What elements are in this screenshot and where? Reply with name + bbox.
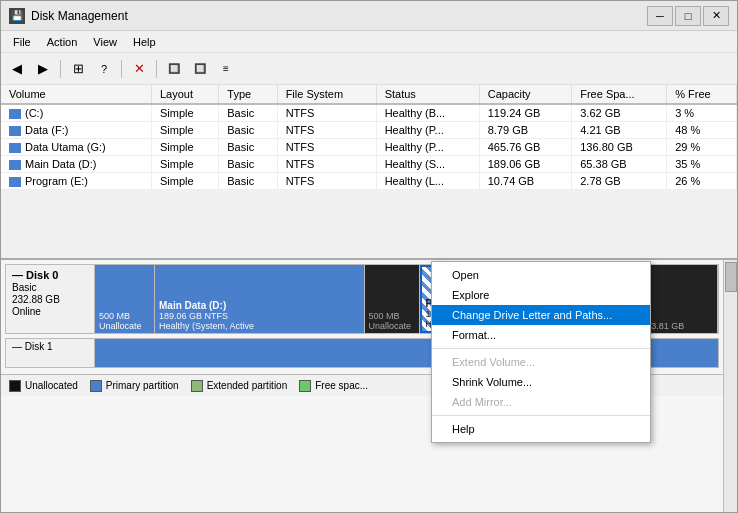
cell-layout: Simple xyxy=(151,104,218,122)
ctx-item-shrink-volume[interactable]: Shrink Volume... xyxy=(432,372,650,392)
toolbar-btn-2[interactable]: 🔲 xyxy=(188,57,212,81)
maximize-button[interactable]: □ xyxy=(675,6,701,26)
legend-primary-box xyxy=(90,380,102,392)
cell-status: Healthy (P... xyxy=(376,139,479,156)
legend-primary: Primary partition xyxy=(90,380,179,392)
disk0-type: Basic xyxy=(12,282,88,293)
cell-free: 136.80 GB xyxy=(572,139,667,156)
disk1-name: — Disk 1 xyxy=(12,341,88,352)
cell-fs: NTFS xyxy=(277,104,376,122)
partition-unalloc2[interactable]: 23.81 GB xyxy=(642,265,718,333)
toolbar-sep-1 xyxy=(60,60,61,78)
legend-primary-label: Primary partition xyxy=(106,380,179,391)
cell-status: Healthy (P... xyxy=(376,122,479,139)
toolbar-btn-3[interactable]: ≡ xyxy=(214,57,238,81)
ctx-item-format[interactable]: Format... xyxy=(432,325,650,345)
menu-view[interactable]: View xyxy=(85,34,125,50)
legend-free-box xyxy=(299,380,311,392)
window-controls: ─ □ ✕ xyxy=(647,6,729,26)
properties-button[interactable]: ⊞ xyxy=(66,57,90,81)
col-capacity[interactable]: Capacity xyxy=(479,85,572,104)
ctx-item-open[interactable]: Open xyxy=(432,265,650,285)
partition-md-name: Main Data (D:) xyxy=(159,300,360,311)
table-row[interactable]: Data Utama (G:) Simple Basic NTFS Health… xyxy=(1,139,737,156)
table-row[interactable]: Main Data (D:) Simple Basic NTFS Healthy… xyxy=(1,156,737,173)
cell-volume: Main Data (D:) xyxy=(1,156,151,173)
menu-file[interactable]: File xyxy=(5,34,39,50)
ctx-item-help[interactable]: Help xyxy=(432,419,650,439)
toolbar-sep-3 xyxy=(156,60,157,78)
cell-layout: Simple xyxy=(151,173,218,190)
partition-unalloc1[interactable]: 500 MB Unallocate xyxy=(365,265,420,333)
table-row[interactable]: (C:) Simple Basic NTFS Healthy (B... 119… xyxy=(1,104,737,122)
cell-capacity: 119.24 GB xyxy=(479,104,572,122)
legend-free: Free spac... xyxy=(299,380,368,392)
main-window: 💾 Disk Management ─ □ ✕ File Action View… xyxy=(0,0,738,513)
cell-status: Healthy (S... xyxy=(376,156,479,173)
col-volume[interactable]: Volume xyxy=(1,85,151,104)
partition-sr-status: Unallocate xyxy=(99,321,150,331)
cell-layout: Simple xyxy=(151,122,218,139)
col-type[interactable]: Type xyxy=(219,85,277,104)
cell-layout: Simple xyxy=(151,139,218,156)
cell-fs: NTFS xyxy=(277,173,376,190)
ctx-item-change-drive-letter-and-paths[interactable]: Change Drive Letter and Paths... xyxy=(432,305,650,325)
partition-md-size: 189.06 GB NTFS xyxy=(159,311,360,321)
cell-capacity: 189.06 GB xyxy=(479,156,572,173)
toolbar-btn-1[interactable]: 🔲 xyxy=(162,57,186,81)
partition-system-reserved[interactable]: 500 MB Unallocate xyxy=(95,265,155,333)
col-fs[interactable]: File System xyxy=(277,85,376,104)
toolbar-sep-2 xyxy=(121,60,122,78)
scroll-thumb[interactable] xyxy=(725,262,737,292)
volume-table-container[interactable]: Volume Layout Type File System Status Ca… xyxy=(1,85,737,260)
col-layout[interactable]: Layout xyxy=(151,85,218,104)
forward-button[interactable]: ▶ xyxy=(31,57,55,81)
close-button[interactable]: ✕ xyxy=(703,6,729,26)
cell-volume: Program (E:) xyxy=(1,173,151,190)
ctx-item-extend-volume: Extend Volume... xyxy=(432,352,650,372)
cell-volume: Data (F:) xyxy=(1,122,151,139)
cell-type: Basic xyxy=(219,156,277,173)
cell-pct: 3 % xyxy=(667,104,737,122)
partition-main-data[interactable]: Main Data (D:) 189.06 GB NTFS Healthy (S… xyxy=(155,265,365,333)
menu-help[interactable]: Help xyxy=(125,34,164,50)
legend-extended-box xyxy=(191,380,203,392)
disk0-info: — Disk 0 Basic 232.88 GB Online xyxy=(5,264,95,334)
window-icon: 💾 xyxy=(9,8,25,24)
delete-button[interactable]: ✕ xyxy=(127,57,151,81)
cell-pct: 29 % xyxy=(667,139,737,156)
disk1-info: — Disk 1 xyxy=(5,338,95,368)
partition-u2-size: 23.81 GB xyxy=(646,321,713,331)
cell-layout: Simple xyxy=(151,156,218,173)
legend-unallocated-label: Unallocated xyxy=(25,380,78,391)
back-button[interactable]: ◀ xyxy=(5,57,29,81)
cell-status: Healthy (L... xyxy=(376,173,479,190)
ctx-separator xyxy=(432,348,650,349)
col-free[interactable]: Free Spa... xyxy=(572,85,667,104)
disk-map-scrollbar[interactable] xyxy=(723,260,737,512)
ctx-item-explore[interactable]: Explore xyxy=(432,285,650,305)
minimize-button[interactable]: ─ xyxy=(647,6,673,26)
cell-free: 2.78 GB xyxy=(572,173,667,190)
help-button-toolbar[interactable]: ? xyxy=(92,57,116,81)
partition-sr-size: 500 MB xyxy=(99,311,150,321)
partition-md-status: Healthy (System, Active xyxy=(159,321,360,331)
disk0-name: — Disk 0 xyxy=(12,269,88,281)
partition-u1-size: 500 MB xyxy=(369,311,415,321)
col-pct[interactable]: % Free xyxy=(667,85,737,104)
cell-pct: 26 % xyxy=(667,173,737,190)
cell-pct: 48 % xyxy=(667,122,737,139)
cell-fs: NTFS xyxy=(277,156,376,173)
partition-u1-label: Unallocate xyxy=(369,321,415,331)
toolbar: ◀ ▶ ⊞ ? ✕ 🔲 🔲 ≡ xyxy=(1,53,737,85)
menu-action[interactable]: Action xyxy=(39,34,86,50)
cell-volume: Data Utama (G:) xyxy=(1,139,151,156)
ctx-item-add-mirror: Add Mirror... xyxy=(432,392,650,412)
col-status[interactable]: Status xyxy=(376,85,479,104)
legend-unallocated-box xyxy=(9,380,21,392)
table-row[interactable]: Program (E:) Simple Basic NTFS Healthy (… xyxy=(1,173,737,190)
table-row[interactable]: Data (F:) Simple Basic NTFS Healthy (P..… xyxy=(1,122,737,139)
cell-type: Basic xyxy=(219,173,277,190)
menu-bar: File Action View Help xyxy=(1,31,737,53)
cell-capacity: 465.76 GB xyxy=(479,139,572,156)
